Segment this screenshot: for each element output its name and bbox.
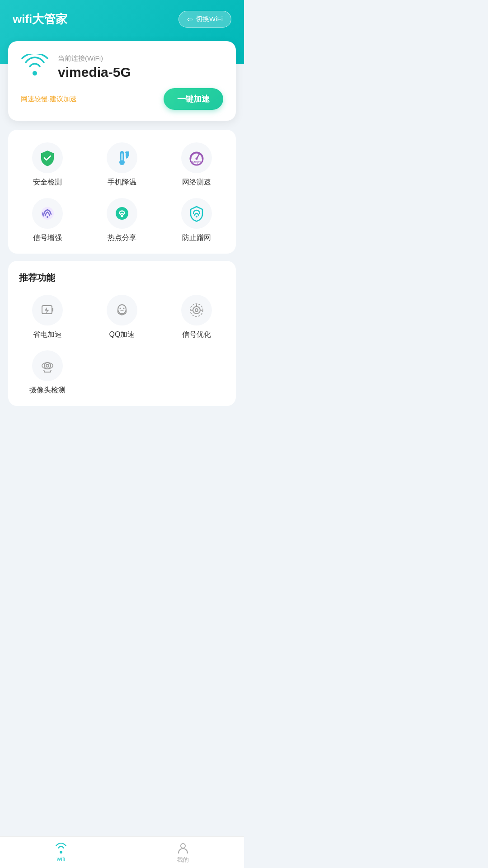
qq-icon-wrap: [107, 295, 137, 326]
cooling-label: 手机降温: [108, 178, 136, 187]
svg-point-11: [121, 215, 123, 217]
feature-item-hotspot[interactable]: 热点分享: [87, 198, 157, 243]
hotspot-icon-wrap: [107, 198, 137, 229]
wifi-signal-icon: [21, 54, 49, 80]
speedometer-icon: Mbps: [188, 149, 206, 167]
feature-item-block[interactable]: 防止蹭网: [161, 198, 231, 243]
svg-text:↓: ↓: [126, 151, 129, 159]
camera-icon-wrap: [32, 350, 63, 381]
block-label: 防止蹭网: [182, 233, 211, 243]
svg-rect-14: [52, 308, 53, 311]
svg-point-19: [195, 309, 198, 311]
switch-icon: ⇦: [187, 15, 193, 24]
svg-point-18: [193, 307, 200, 314]
network-name: vimedia-5G: [58, 65, 131, 80]
signal-opt-icon-wrap: [181, 295, 212, 326]
signal-opt-label: 信号优化: [182, 330, 211, 340]
signal-icon-wrap: [32, 198, 63, 229]
rec-item-qq[interactable]: QQ加速: [87, 295, 157, 340]
svg-point-15: [118, 305, 126, 314]
wifi-shield-icon: [188, 204, 206, 222]
signal-optimize-icon: [188, 302, 205, 318]
qq-label: QQ加速: [109, 330, 135, 340]
features-grid: 安全检测 ↓ 手机降温: [13, 142, 231, 243]
signal-boost-label: 信号增强: [33, 233, 62, 243]
app-title: wifi大管家: [13, 11, 67, 27]
recommended-section: 推荐功能 省电加速: [8, 261, 236, 406]
svg-text:Mbps: Mbps: [192, 160, 201, 164]
switch-wifi-button[interactable]: ⇦ 切换WiFi: [178, 11, 231, 28]
svg-point-16: [119, 308, 121, 309]
camera-label: 摄像头检测: [29, 386, 66, 395]
hotspot-label: 热点分享: [108, 233, 136, 243]
cooling-icon-wrap: ↓: [107, 142, 137, 173]
speed-warning: 网速较慢,建议加速: [21, 95, 77, 104]
battery-icon-wrap: [32, 295, 63, 326]
battery-label: 省电加速: [33, 330, 62, 340]
svg-point-9: [47, 216, 48, 218]
svg-point-6: [195, 158, 197, 160]
block-icon-wrap: [181, 198, 212, 229]
signal-boost-icon: [38, 204, 56, 222]
svg-point-22: [46, 364, 49, 367]
battery-bolt-icon: [39, 302, 56, 318]
svg-point-12: [196, 216, 197, 217]
svg-point-21: [44, 363, 51, 369]
section-title: 推荐功能: [13, 272, 231, 284]
camera-detect-icon: [39, 358, 56, 374]
boost-button[interactable]: 一键加速: [164, 88, 223, 110]
feature-item-cooling[interactable]: ↓ 手机降温: [87, 142, 157, 187]
rec-item-camera[interactable]: 摄像头检测: [13, 350, 83, 395]
rec-item-signal-opt[interactable]: 信号优化: [161, 295, 231, 340]
shield-check-icon: [38, 149, 56, 167]
features-section: 安全检测 ↓ 手机降温: [8, 130, 236, 254]
connection-label: 当前连接(WiFi): [58, 54, 131, 63]
security-icon-wrap: [32, 142, 63, 173]
feature-item-speedtest[interactable]: Mbps 网络测速: [161, 142, 231, 187]
hotspot-icon: [113, 204, 131, 222]
svg-rect-2: [121, 153, 123, 160]
wifi-card: 当前连接(WiFi) vimedia-5G 网速较慢,建议加速 一键加速: [8, 41, 236, 121]
qq-ghost-icon: [114, 302, 130, 318]
recommended-grid: 省电加速 QQ加速: [13, 295, 231, 395]
thermometer-down-icon: ↓: [113, 149, 131, 167]
feature-item-security[interactable]: 安全检测: [13, 142, 83, 187]
rec-item-battery[interactable]: 省电加速: [13, 295, 83, 340]
svg-point-17: [123, 308, 124, 309]
speedtest-icon-wrap: Mbps: [181, 142, 212, 173]
security-label: 安全检测: [33, 178, 62, 187]
switch-wifi-label: 切换WiFi: [196, 15, 223, 24]
speedtest-label: 网络测速: [182, 178, 211, 187]
feature-item-signal[interactable]: 信号增强: [13, 198, 83, 243]
